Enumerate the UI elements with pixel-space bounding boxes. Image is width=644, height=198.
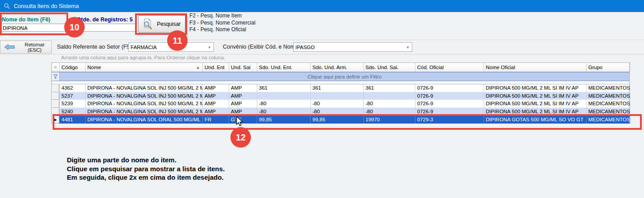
column-header-label: Sdo. Und. Arm. xyxy=(312,65,347,70)
toolbar-separator-top xyxy=(0,40,644,40)
column-header-sdo-und-ent-[interactable]: Sdo. Und. Ent. xyxy=(257,63,311,72)
grid-cell[interactable]: -80 xyxy=(364,100,415,108)
grid-header-row: ✳CódigoNome▲Und. EntUnd. SaiSdo. Und. En… xyxy=(52,62,629,72)
column-header-label: Und. Sai xyxy=(231,65,250,70)
column-header-nome[interactable]: Nome▲ xyxy=(86,63,203,72)
grid-cell[interactable]: AMP xyxy=(203,92,229,100)
grid-cell[interactable] xyxy=(257,92,311,100)
record-count-label: Qtde. de Registros: 5 xyxy=(77,16,133,23)
grid-gap-row xyxy=(52,81,629,84)
grid-cell[interactable]: DIPIRONA - NOVALGINA SOL INJ 500 MG/ML 2… xyxy=(86,84,203,92)
instruction-line-3: Em seguida, clique 2x em cima do item de… xyxy=(67,173,225,182)
grid-cell[interactable]: MEDICAMENTOS xyxy=(587,92,630,100)
hint-f2: F2 - Pesq. Nome Item xyxy=(189,12,255,20)
annotation-box-10 xyxy=(0,12,68,35)
column-header-c-digo[interactable]: Código xyxy=(60,63,86,72)
column-header-und-sai[interactable]: Und. Sai xyxy=(229,63,257,72)
column-header-label: Nome Oficial xyxy=(486,65,515,70)
grid-cell[interactable]: AMP xyxy=(229,92,257,100)
grid-cell[interactable]: MEDICAMENTOS xyxy=(587,84,630,92)
row-selector[interactable] xyxy=(52,84,60,92)
column-header-nome-oficial[interactable]: Nome Oficial xyxy=(484,63,587,72)
grid-cell[interactable]: DIPIRONA - NOVALGINA SOL INJ 500 MG/ML 2… xyxy=(86,92,203,100)
column-header-sdo-und-arm-[interactable]: Sdo. Und. Arm. xyxy=(311,63,364,72)
column-header-c-d-oficial[interactable]: Cód. Oficial xyxy=(415,63,484,72)
covenant-dropdown[interactable]: IPASGO ▼ xyxy=(293,42,412,52)
covenant-dropdown-value: IPASGO xyxy=(295,45,315,50)
instruction-line-2: Clique em pesquisar para mostrar a lista… xyxy=(67,165,225,173)
return-button-label: Retornar (ESC) xyxy=(18,42,51,53)
column-header-label: Nome xyxy=(87,65,101,70)
hint-f3: F3 - Pesq. Nome Comercial xyxy=(189,20,255,27)
grid-cell[interactable]: 361 xyxy=(364,84,415,92)
grid-cell[interactable]: DIPIRONA 500 MG/ML 2 ML SI IM IV AP xyxy=(484,100,587,108)
instruction-line-1: Digite uma parte do nome do item. xyxy=(67,156,225,165)
column-header-label: Cód. Oficial xyxy=(417,65,443,70)
row-selector[interactable] xyxy=(52,100,60,108)
column-header-grupo[interactable]: Grupo xyxy=(587,63,630,72)
chevron-down-icon[interactable]: ▼ xyxy=(208,45,211,50)
column-header-label: Sdo. Und. Ent. xyxy=(259,65,292,70)
column-header-und-ent[interactable]: Und. Ent xyxy=(203,63,229,72)
return-button[interactable]: Retornar (ESC) xyxy=(0,41,52,54)
column-header-sdo-und-sai-[interactable]: Sdo. Und. Sai. xyxy=(364,63,415,72)
grid-cell[interactable]: 361 xyxy=(311,84,364,92)
filter-hint-label: Clique aqui para definir um Filtro xyxy=(60,74,629,79)
grid-cell[interactable]: 0726-9 xyxy=(415,84,484,92)
annotation-box-12 xyxy=(53,114,642,130)
arrow-left-icon xyxy=(4,44,15,50)
grid-cell[interactable]: AMP xyxy=(203,84,229,92)
grid-cell[interactable]: MEDICAMENTOS xyxy=(587,100,630,108)
table-row[interactable]: 4362DIPIRONA - NOVALGINA SOL INJ 500 MG/… xyxy=(52,84,629,92)
grid-cell[interactable]: 5239 xyxy=(60,100,86,108)
grid-cell[interactable]: -80 xyxy=(311,100,364,108)
funnel-icon[interactable] xyxy=(52,72,60,81)
grid-cell[interactable]: DIPIRONA 500 MG/ML 2 ML SI IM IV AP xyxy=(484,84,587,92)
grid-cell[interactable]: 4362 xyxy=(60,84,86,92)
sort-asc-triangle-icon: ▲ xyxy=(196,66,200,70)
grid-cell[interactable] xyxy=(364,92,415,100)
table-row[interactable]: 5239DIPIRONA - NOVALGINA SOL INJ 500 MG/… xyxy=(52,100,629,108)
grid-cell[interactable]: -80 xyxy=(257,100,311,108)
annotation-step-10: 10 xyxy=(64,17,85,37)
title-bar: Consulta Itens do Sistema xyxy=(0,0,644,12)
grid-filter-row[interactable]: Clique aqui para definir um Filtro xyxy=(52,72,629,81)
grid-cell[interactable] xyxy=(311,92,364,100)
chevron-down-icon[interactable]: ▼ xyxy=(406,45,410,50)
column-header-label: Grupo xyxy=(588,65,603,70)
grid-cell[interactable]: 361 xyxy=(257,84,311,92)
column-header-label: Código xyxy=(62,65,78,70)
group-by-hint: Arraste uma coluna aqui para agrupa-la. … xyxy=(61,55,225,60)
grid-cell[interactable]: 0726-9 xyxy=(415,100,484,108)
grid-cell[interactable]: 0726-9 xyxy=(415,92,484,100)
instructions-text: Digite uma parte do nome do item. Clique… xyxy=(67,156,225,182)
row-selector[interactable] xyxy=(52,92,60,100)
annotation-step-11: 11 xyxy=(167,30,188,51)
grid-cell[interactable]: 5237 xyxy=(60,92,86,100)
grid-cell[interactable]: DIPIRONA - NOVALGINA SOL INJ 500 MG/ML 2… xyxy=(86,100,203,108)
column-header-label: Und. Ent xyxy=(205,65,225,70)
annotation-step-12: 12 xyxy=(230,127,251,148)
sector-balance-label: Saldo Referente ao Setor (F5) xyxy=(57,44,131,50)
mouse-pointer-icon xyxy=(236,116,244,126)
column-header-label: Sdo. Und. Sai. xyxy=(365,65,398,70)
grid-cell[interactable]: AMP xyxy=(229,84,257,92)
grid-cell[interactable]: AMP xyxy=(229,100,257,108)
window-title: Consulta Itens do Sistema xyxy=(14,3,79,9)
sector-dropdown-value: FARMÁCIA xyxy=(131,45,157,50)
table-row[interactable]: 5237DIPIRONA - NOVALGINA SOL INJ 500 MG/… xyxy=(52,92,629,100)
grid-cell[interactable]: AMP xyxy=(203,100,229,108)
grid-cell[interactable]: DIPIRONA 500 MG/ML 2 ML SI IM IV AP xyxy=(484,92,587,100)
hint-f4: F4 - Pesq. Nome Oficial xyxy=(189,26,255,33)
function-key-hints: F2 - Pesq. Nome Item F3 - Pesq. Nome Com… xyxy=(189,12,255,33)
search-window-icon xyxy=(4,3,10,9)
toolbar-separator-bottom xyxy=(0,54,644,54)
grid-corner-asterisk-icon[interactable]: ✳ xyxy=(52,63,60,72)
